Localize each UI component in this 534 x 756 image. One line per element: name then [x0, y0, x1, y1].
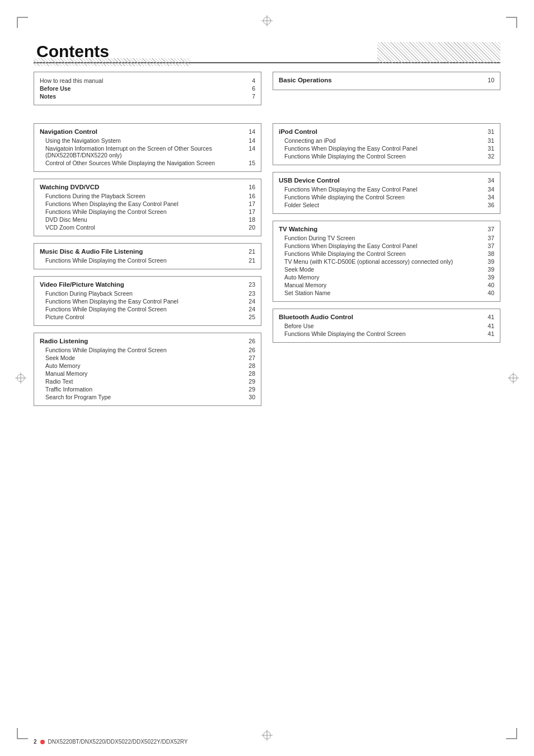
section-title-text: Music Disc & Audio File Listening — [40, 248, 143, 255]
section-entry: Functions While Displaying the Control S… — [279, 152, 494, 160]
basic-ops-title: Basic Operations — [279, 77, 332, 83]
section-entry-page: 31 — [483, 137, 494, 144]
section-box: Music Disc & Audio File Listening21Funct… — [34, 243, 261, 269]
section-title-page: 34 — [483, 177, 494, 184]
section-entry-label: Seek Mode — [279, 266, 483, 273]
toc-entry-page: 7 — [244, 93, 255, 100]
section-entry-label: Functions While displaying the Control S… — [279, 194, 483, 200]
section-title-text: Watching DVD/VCD — [40, 184, 99, 190]
section-entry-label: Before Use — [279, 323, 483, 329]
section-entry-label: Radio Text — [40, 378, 244, 385]
section-entry: Functions While displaying the Control S… — [279, 193, 494, 201]
section-entry: DVD Disc Menu18 — [40, 216, 255, 223]
basic-ops-page: 10 — [483, 77, 494, 83]
crosshair-top — [263, 17, 271, 25]
section-entry-label: Function During TV Screen — [279, 235, 483, 241]
section-entry-page: 28 — [244, 362, 255, 369]
section-entry-label: Manual Memory — [40, 370, 244, 377]
section-entry: Connecting an iPod31 — [279, 137, 494, 144]
section-entry-page: 37 — [483, 235, 494, 241]
main-sections: Navigation Control14Using the Navigation… — [34, 123, 500, 413]
section-title-text: Radio Listening — [40, 338, 88, 344]
title-area: Contents — [34, 42, 500, 63]
section-entry-page: 14 — [244, 145, 255, 152]
section-entry-label: Functions While Displaying the Control S… — [40, 257, 244, 264]
section-entry-page: 21 — [244, 257, 255, 264]
corner-mark-tr — [506, 17, 517, 28]
section-entry: Seek Mode27 — [40, 354, 255, 362]
page-title: Contents — [34, 42, 500, 61]
toc-entry: How to read this manual4 — [40, 77, 255, 85]
section-entry: Before Use41 — [279, 322, 494, 330]
section-title-row: Bluetooth Audio Control41 — [279, 314, 494, 322]
page-footer: 2 DNX5220BT/DNX5220/DDX5022/DDX5022Y/DDX… — [34, 739, 188, 745]
footer-dot — [40, 740, 45, 744]
top-toc-right: Basic Operations 10 — [273, 72, 500, 112]
section-entry: Manual Memory40 — [279, 281, 494, 289]
section-entry: Functions While Displaying the Control S… — [40, 305, 255, 313]
section-title-row: Watching DVD/VCD16 — [40, 184, 255, 192]
toc-entry-label: Notes — [40, 93, 244, 100]
section-entry-label: Functions While Displaying the Control S… — [279, 250, 483, 257]
section-entry-page: 28 — [244, 370, 255, 377]
section-entry-label: Seek Mode — [40, 354, 244, 361]
section-entry: Functions When Displaying the Easy Contr… — [40, 200, 255, 208]
section-entry-label: Search for Program Type — [40, 394, 244, 400]
basic-ops-title-row: Basic Operations 10 — [279, 77, 494, 85]
section-entry: Seek Mode39 — [279, 265, 494, 273]
section-title-row: USB Device Control34 — [279, 177, 494, 185]
section-entry-label: Function During Playback Screen — [40, 290, 244, 297]
section-entry-label: Picture Control — [40, 314, 244, 320]
toc-entry: Before Use6 — [40, 85, 255, 92]
section-entry: Functions While Displaying the Control S… — [279, 330, 494, 338]
section-title-page: 23 — [244, 281, 255, 288]
section-entry-label: Folder Select — [279, 202, 483, 208]
section-title-page: 41 — [483, 314, 494, 320]
section-entry-page: 16 — [244, 193, 255, 199]
section-entry-page: 38 — [483, 250, 494, 257]
section-entry-label: TV Menu (with KTC-D500E (optional access… — [279, 258, 483, 265]
section-title-text: TV Watching — [279, 226, 317, 232]
section-entry-page: 17 — [244, 208, 255, 215]
section-entry-label: Functions When Displaying the Easy Contr… — [40, 298, 244, 305]
crosshair-left — [17, 374, 25, 382]
section-entry-label: Traffic Information — [40, 386, 244, 393]
section-entry-page: 31 — [483, 145, 494, 152]
toc-entry-page: 6 — [244, 85, 255, 92]
section-entry-label: Functions When Displaying the Easy Contr… — [279, 242, 483, 249]
section-title-page: 21 — [244, 248, 255, 255]
corner-mark-bl — [17, 728, 28, 739]
section-entry-label: Control of Other Sources While Displayin… — [40, 160, 244, 166]
section-entry-label: Set Station Name — [279, 290, 483, 296]
section-title-text: Bluetooth Audio Control — [279, 314, 353, 320]
section-entry-page: 39 — [483, 258, 494, 265]
toc-entry-label: How to read this manual — [40, 77, 244, 84]
section-entry: Using the Navigation System14 — [40, 137, 255, 144]
section-entry: Control of Other Sources While Displayin… — [40, 159, 255, 167]
section-entry: Functions When Displaying the Easy Contr… — [279, 242, 494, 250]
section-entry: Picture Control25 — [40, 313, 255, 321]
section-entry-page: 40 — [483, 290, 494, 296]
left-top-entries: How to read this manual4Before Use6Notes… — [40, 77, 255, 100]
basic-ops-box: Basic Operations 10 — [273, 72, 500, 90]
section-entry: Auto Memory28 — [40, 362, 255, 370]
section-entry-page: 26 — [244, 347, 255, 353]
section-entry-page: 24 — [244, 298, 255, 305]
section-entry-label: Functions When Displaying the Easy Contr… — [40, 200, 244, 207]
section-entry-page: 36 — [483, 202, 494, 208]
section-entry: Folder Select36 — [279, 201, 494, 209]
section-entry: Auto Memory39 — [279, 273, 494, 281]
toc-entry: Notes7 — [40, 92, 255, 100]
section-entry-page: 39 — [483, 274, 494, 281]
section-entry-page: 29 — [244, 378, 255, 385]
section-entry-page: 14 — [244, 137, 255, 144]
section-entry-label: Functions While Displaying the Control S… — [279, 330, 483, 337]
section-entry-page: 24 — [244, 306, 255, 312]
section-entry-page: 29 — [244, 386, 255, 393]
section-box: Radio Listening26Functions While Display… — [34, 333, 261, 406]
section-entry-label: DVD Disc Menu — [40, 216, 244, 223]
footer-page-num: 2 — [34, 739, 37, 745]
section-entry-page: 34 — [483, 186, 494, 193]
section-entry-label: Functions While Displaying the Control S… — [40, 306, 244, 312]
crosshair-right — [509, 374, 517, 382]
